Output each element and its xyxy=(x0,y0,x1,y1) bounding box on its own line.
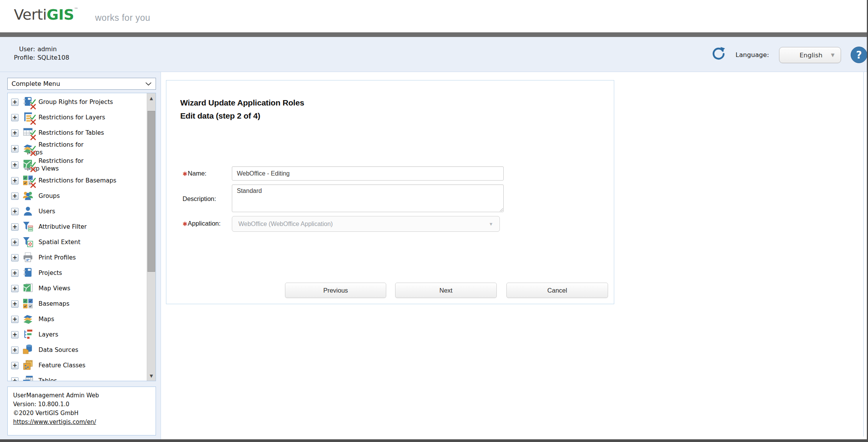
profile-label: Profile: xyxy=(14,54,37,62)
application-label: ✱Application: xyxy=(183,220,221,227)
vertigis-link[interactable]: https://www.vertigis.com/en/ xyxy=(13,419,96,425)
app-title: UserManagement Admin Web xyxy=(13,391,150,400)
menu-tree: +Group Rights for Projects+Restrictions … xyxy=(8,94,146,381)
previous-button[interactable]: Previous xyxy=(285,283,386,298)
tree-item-label: Groups xyxy=(39,192,60,200)
tree-item[interactable]: +Restrictions for Map Views xyxy=(11,157,146,173)
tables-stack-icon xyxy=(22,375,35,381)
expand-plus-button[interactable]: + xyxy=(11,129,18,137)
map-view-icon xyxy=(22,159,35,171)
description-field[interactable]: Standard xyxy=(232,184,504,212)
language-select[interactable]: English ▼ xyxy=(779,47,841,63)
tree-item[interactable]: +Basemaps xyxy=(11,296,146,311)
description-label-text: Description: xyxy=(183,195,216,202)
application-select[interactable]: WebOffice (WebOffice Application) ▼ xyxy=(232,216,500,232)
menu-mode-select[interactable]: Complete Menu xyxy=(7,78,156,90)
expand-plus-button[interactable]: + xyxy=(11,377,18,381)
scroll-up-icon[interactable]: ▲ xyxy=(147,94,156,102)
tree-item[interactable]: +Restrictions for Basemaps xyxy=(11,173,146,188)
project-book-icon xyxy=(22,267,35,279)
main-content: Wizard Update Application Roles Edit dat… xyxy=(161,72,863,439)
maps-stack-icon xyxy=(22,313,35,325)
tree-item[interactable]: +Users xyxy=(11,204,146,219)
sidebar: Complete Menu +Group Rights for Projects… xyxy=(0,72,161,439)
tree-item-label: Feature Classes xyxy=(39,362,85,369)
language-label: Language: xyxy=(736,51,769,59)
expand-plus-button[interactable]: + xyxy=(11,223,18,231)
tree-item-label: Data Sources xyxy=(39,346,78,354)
app-version: Version: 10.800.1.0 xyxy=(13,400,150,409)
expand-plus-button[interactable]: + xyxy=(11,114,18,121)
tree-item[interactable]: +Maps xyxy=(11,311,146,327)
map-view-pages-icon xyxy=(22,282,35,295)
expand-plus-button[interactable]: + xyxy=(11,254,18,261)
tree-item-label: Restrictions for Tables xyxy=(39,129,104,137)
tree-scrollbar[interactable]: ▲ ▼ xyxy=(147,93,156,381)
expand-plus-button[interactable]: + xyxy=(11,239,18,246)
expand-plus-button[interactable]: + xyxy=(11,177,18,184)
tree-item[interactable]: +Print Profiles xyxy=(11,250,146,265)
wizard-step-title: Edit data (step 2 of 4) xyxy=(180,111,260,121)
expand-plus-button[interactable]: + xyxy=(11,193,18,200)
menu-mode-value: Complete Menu xyxy=(12,80,145,87)
tree-item[interactable]: +Attributive Filter xyxy=(11,219,146,234)
expand-plus-button[interactable]: + xyxy=(11,300,18,308)
tree-item-label: Basemaps xyxy=(39,300,69,308)
chevron-down-icon xyxy=(145,82,152,86)
content-right-border xyxy=(863,72,864,437)
tree-item[interactable]: +Restrictions for Layers xyxy=(11,110,146,125)
dropdown-arrow-icon: ▼ xyxy=(831,52,834,58)
logo-verti: Verti xyxy=(14,6,47,23)
expand-plus-button[interactable]: + xyxy=(11,347,18,354)
next-button[interactable]: Next xyxy=(395,283,497,298)
expand-plus-button[interactable]: + xyxy=(11,285,18,292)
tree-item-label: Group Rights for Projects xyxy=(39,98,113,106)
expand-plus-button[interactable]: + xyxy=(11,331,18,338)
name-field[interactable] xyxy=(232,166,504,181)
scrollbar-thumb[interactable] xyxy=(147,111,155,272)
tree-item[interactable]: +Data Sources xyxy=(11,342,146,358)
description-label: Description: xyxy=(183,195,216,203)
tree-item-label: Restrictions for Maps xyxy=(27,141,97,156)
refresh-icon[interactable] xyxy=(711,46,726,62)
tree-item[interactable]: +Spatial Extent xyxy=(11,234,146,250)
required-marker: ✱ xyxy=(183,171,188,177)
tree-item[interactable]: +Projects xyxy=(11,265,146,281)
tree-item[interactable]: +Layers xyxy=(11,327,146,342)
brand-tagline: works for you xyxy=(95,13,150,23)
help-icon[interactable]: ? xyxy=(851,47,867,63)
project-book-icon xyxy=(22,96,35,108)
cancel-button[interactable]: Cancel xyxy=(506,283,608,298)
expand-plus-button[interactable]: + xyxy=(11,99,18,106)
tree-item-label: Layers xyxy=(39,331,58,338)
profile-value: SQLite108 xyxy=(37,54,69,62)
wizard-title: Wizard Update Application Roles xyxy=(180,98,304,107)
tree-item-label: Restrictions for Map Views xyxy=(27,157,97,172)
expand-plus-button[interactable]: + xyxy=(11,145,18,152)
maps-stack-icon xyxy=(22,142,35,155)
tree-item-label: Restrictions for Basemaps xyxy=(39,177,116,184)
expand-plus-button[interactable]: + xyxy=(11,208,18,215)
expand-plus-button[interactable]: + xyxy=(11,362,18,369)
printer-icon xyxy=(22,251,35,264)
tree-item[interactable]: +Group Rights for Projects xyxy=(11,94,146,110)
tree-item[interactable]: +Groups xyxy=(11,188,146,204)
tree-item[interactable]: +Restrictions for Tables xyxy=(11,125,146,141)
expand-plus-button[interactable]: + xyxy=(11,270,18,277)
basemap-tiles-icon xyxy=(22,174,35,187)
expand-plus-button[interactable]: + xyxy=(11,316,18,323)
language-value: English xyxy=(799,52,823,59)
application-label-text: Application: xyxy=(188,220,221,227)
tree-item[interactable]: +Feature Classes xyxy=(11,358,146,373)
scroll-down-icon[interactable]: ▼ xyxy=(147,372,156,380)
user-management-admin-page: VertiGIS™ works for you User: admin Prof… xyxy=(0,0,868,442)
tree-item-label: Projects xyxy=(39,269,62,277)
tree-item-label: Tables xyxy=(39,377,57,381)
tree-item[interactable]: +Map Views xyxy=(11,281,146,296)
tree-item[interactable]: +Restrictions for Maps xyxy=(11,141,146,157)
tree-item[interactable]: +Tables xyxy=(11,373,146,381)
database-folder-icon xyxy=(22,344,35,356)
logo-gis: GIS xyxy=(47,6,74,23)
expand-plus-button[interactable]: + xyxy=(11,161,18,169)
user-value: admin xyxy=(37,45,69,54)
